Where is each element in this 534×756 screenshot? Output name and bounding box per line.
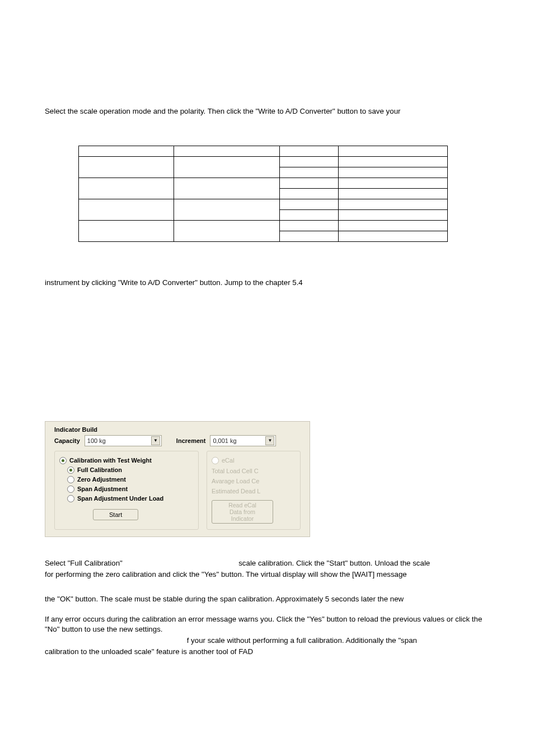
indicator-build-panel: Indicator Build Capacity 100 kg ▼ Increm… — [45, 421, 310, 537]
group-radio-calibration[interactable] — [59, 457, 67, 464]
radio-spanload-label: Span Adjustment Under Load — [77, 495, 163, 502]
chevron-down-icon: ▼ — [151, 436, 160, 445]
capacity-value: 100 kg — [87, 437, 106, 444]
radio-full-label: Full Calibration — [77, 466, 122, 473]
start-button[interactable]: Start — [93, 509, 138, 520]
calibration-group: Calibration with Test Weight Full Calibr… — [54, 451, 199, 530]
paragraph-3: Select "Full Calibration" scale calibrat… — [45, 558, 489, 568]
read-ecal-line3: Indicator — [216, 515, 269, 522]
table-row — [79, 146, 448, 156]
radio-span-under-load[interactable] — [67, 495, 74, 502]
table-row — [79, 199, 448, 209]
increment-label: Increment — [176, 437, 206, 444]
table-row — [79, 178, 448, 188]
radio-span-label: Span Adjustment — [77, 486, 128, 492]
ecal-field-3: Estimated Dead L — [212, 488, 296, 494]
table-row — [79, 156, 448, 167]
radio-span-adjustment[interactable] — [67, 486, 74, 493]
table-row — [79, 220, 448, 231]
capacity-label: Capacity — [54, 437, 80, 444]
paragraph-5: the "OK" button. The scale must be stabl… — [45, 594, 489, 604]
radio-zero-label: Zero Adjustment — [77, 476, 126, 483]
panel-title: Indicator Build — [54, 426, 301, 433]
ecal-field-1: Total Load Cell C — [212, 468, 296, 474]
ecal-title: eCal — [222, 457, 235, 464]
radio-zero-adjustment[interactable] — [67, 476, 74, 483]
increment-select[interactable]: 0,001 kg ▼ — [210, 435, 276, 446]
paragraph-2: instrument by clicking "Write to A/D Con… — [45, 278, 489, 288]
paragraph-8: calibration to the unloaded scale" featu… — [45, 647, 489, 657]
paragraph-6: If any error occurs during the calibrati… — [45, 614, 489, 634]
chevron-down-icon: ▼ — [265, 436, 274, 445]
ecal-field-2: Avarage Load Ce — [212, 478, 296, 484]
para3-part-a: Select "Full Calibration" — [45, 559, 123, 567]
ecal-group: eCal Total Load Cell C Avarage Load Ce E… — [207, 451, 301, 530]
empty-settings-table — [78, 146, 448, 242]
paragraph-7: f your scale without performing a full c… — [45, 636, 489, 646]
document-page: Select the scale operation mode and the … — [0, 0, 534, 686]
capacity-select[interactable]: 100 kg ▼ — [85, 435, 162, 446]
calibration-group-title: Calibration with Test Weight — [69, 457, 152, 464]
radio-ecal — [212, 457, 219, 464]
read-ecal-button: Read eCal Data from Indicator — [212, 500, 273, 524]
paragraph-4: for performing the zero calibration and … — [45, 570, 489, 580]
read-ecal-line2: Data from — [216, 508, 269, 515]
read-ecal-line1: Read eCal — [216, 502, 269, 508]
increment-value: 0,001 kg — [213, 437, 236, 444]
radio-full-calibration[interactable] — [67, 466, 74, 474]
para3-part-b: scale calibration. Click the "Start" but… — [238, 559, 430, 567]
para7-part-a: f your scale without performing a full c… — [187, 636, 417, 645]
paragraph-1: Select the scale operation mode and the … — [45, 106, 489, 116]
